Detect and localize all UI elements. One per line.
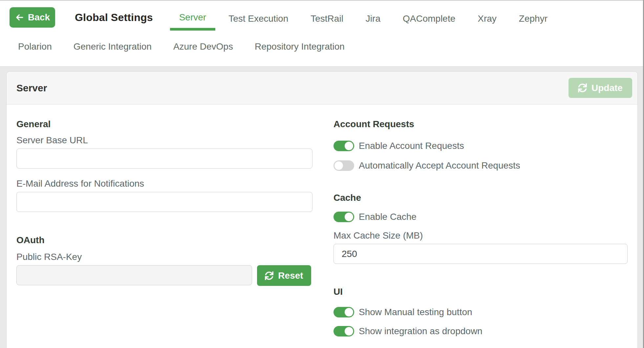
sync-icon (265, 271, 273, 280)
tab-azure-devops[interactable]: Azure DevOps (164, 37, 242, 57)
tab-repository-integration[interactable]: Repository Integration (246, 37, 354, 57)
max-cache-size-input[interactable] (333, 244, 628, 264)
cache-section-heading: Cache (333, 193, 628, 202)
max-cache-size-label: Max Cache Size (MB) (333, 230, 628, 241)
reset-button[interactable]: Reset (257, 265, 311, 286)
tab-bar-row2: Polarion Generic Integration Azure DevOp… (9, 37, 644, 57)
server-base-url-input[interactable] (16, 149, 312, 169)
toggle-enable-cache[interactable] (333, 212, 354, 222)
enable-cache-label: Enable Cache (359, 212, 417, 222)
toggle-show-integration-as-dropdown[interactable] (333, 326, 354, 336)
tab-bar-row1: Server Test Execution TestRail Jira QACo… (170, 7, 557, 31)
right-column: Account Requests Enable Account Requests… (333, 120, 628, 336)
tab-xray[interactable]: Xray (468, 7, 506, 31)
panel-title: Server (16, 82, 47, 94)
oauth-section-heading: OAuth (16, 236, 312, 245)
toggle-enable-account-requests[interactable] (333, 141, 354, 151)
global-settings-header: Back Global Settings Server Test Executi… (0, 1, 644, 67)
email-notifications-label: E-Mail Address for Notifications (16, 178, 312, 189)
tab-testrail[interactable]: TestRail (301, 7, 353, 31)
toggle-knob (345, 142, 353, 150)
back-button-label: Back (28, 12, 50, 23)
show-manual-testing-button-label: Show Manual testing button (359, 307, 472, 317)
update-button[interactable]: Update (569, 78, 632, 98)
toggle-knob (345, 308, 353, 316)
tab-qacomplete[interactable]: QAComplete (394, 7, 464, 31)
toggle-knob (345, 213, 353, 221)
reset-button-label: Reset (278, 270, 303, 281)
update-button-label: Update (591, 83, 623, 93)
show-integration-as-dropdown-label: Show integration as dropdown (359, 326, 483, 336)
panel-header: Server Update (7, 72, 637, 104)
ui-section-heading: UI (333, 287, 628, 296)
tab-generic-integration[interactable]: Generic Integration (64, 37, 161, 57)
tab-polarion[interactable]: Polarion (9, 37, 61, 57)
tab-test-execution[interactable]: Test Execution (219, 7, 297, 31)
toggle-knob (334, 161, 343, 170)
tab-zephyr[interactable]: Zephyr (510, 7, 557, 31)
server-base-url-label: Server Base URL (16, 135, 312, 146)
public-rsa-key-label: Public RSA-Key (16, 251, 312, 262)
general-section-heading: General (16, 120, 312, 129)
server-settings-panel: Server Update General Server Base URL E-… (6, 71, 638, 348)
toggle-auto-accept-account-requests[interactable] (333, 160, 354, 171)
auto-accept-account-requests-label: Automatically Accept Account Requests (359, 160, 520, 171)
back-button[interactable]: Back (10, 7, 55, 28)
page-title: Global Settings (75, 7, 153, 28)
arrow-left-icon (15, 13, 24, 22)
tab-jira[interactable]: Jira (356, 7, 390, 31)
sync-icon (578, 83, 587, 92)
public-rsa-key-input (16, 265, 252, 285)
account-requests-heading: Account Requests (333, 120, 628, 129)
left-column: General Server Base URL E-Mail Address f… (16, 120, 312, 336)
enable-account-requests-label: Enable Account Requests (359, 141, 464, 151)
toggle-show-manual-testing-button[interactable] (333, 307, 354, 317)
tab-server[interactable]: Server (170, 7, 215, 31)
email-notifications-input[interactable] (16, 192, 312, 212)
toggle-knob (345, 327, 353, 336)
